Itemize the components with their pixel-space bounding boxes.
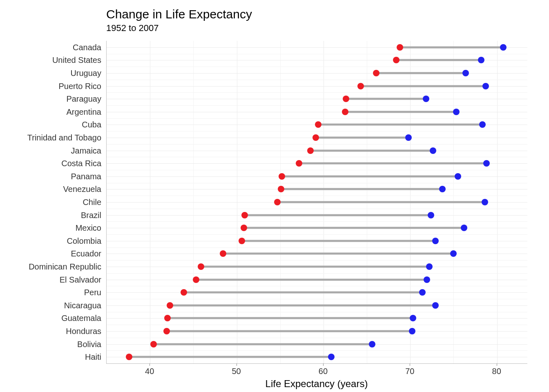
- point-1952: [150, 341, 157, 347]
- y-gridline-minor: [107, 144, 527, 145]
- y-tick-label: Puerto Rico: [0, 81, 101, 91]
- point-2007: [328, 354, 335, 360]
- y-gridline-minor: [107, 105, 527, 106]
- y-gridline-minor: [107, 260, 527, 261]
- y-gridline-minor: [107, 325, 527, 325]
- point-2007: [482, 199, 488, 205]
- point-2007: [432, 302, 439, 309]
- y-gridline: [107, 112, 527, 112]
- y-gridline-minor: [107, 247, 527, 248]
- y-gridline-minor: [107, 312, 527, 312]
- dumbbell-segment: [154, 343, 372, 345]
- y-gridline-minor: [107, 80, 527, 80]
- y-tick-label: Colombia: [0, 236, 101, 245]
- y-gridline-minor: [107, 183, 527, 183]
- y-gridline-minor: [107, 118, 527, 119]
- y-tick-label: Cuba: [0, 120, 101, 129]
- dumbbell-segment: [400, 46, 503, 48]
- y-tick-label: Bolivia: [0, 339, 101, 349]
- dumbbell-segment: [242, 240, 435, 242]
- chart-title: Change in Life Expectancy: [106, 7, 252, 21]
- point-1952: [241, 212, 248, 218]
- dumbbell-segment: [223, 253, 454, 255]
- dumbbell-segment: [170, 304, 435, 306]
- dumbbell-segment: [129, 356, 331, 358]
- point-1952: [393, 57, 399, 63]
- point-2007: [432, 238, 439, 244]
- y-tick-label: Haiti: [0, 352, 101, 362]
- point-2007: [439, 186, 446, 192]
- dumbbell-segment: [282, 175, 458, 177]
- dumbbell-segment: [310, 149, 433, 151]
- x-tick-mark: [150, 363, 150, 366]
- point-1952: [274, 199, 281, 205]
- point-2007: [453, 109, 460, 115]
- point-1952: [239, 238, 245, 244]
- dumbbell-segment: [281, 188, 442, 190]
- dumbbell-segment: [277, 201, 485, 203]
- chart-container: Change in Life Expectancy 1952 to 2007 C…: [0, 0, 549, 392]
- y-tick-label: Canada: [0, 42, 101, 52]
- y-tick-label: Trinidad and Tobago: [0, 133, 101, 143]
- dumbbell-segment: [167, 317, 413, 319]
- y-gridline-minor: [107, 299, 527, 299]
- point-1952: [181, 289, 187, 296]
- point-2007: [424, 276, 430, 283]
- chart-subtitle: 1952 to 2007: [106, 23, 158, 33]
- y-gridline-minor: [107, 209, 527, 209]
- y-tick-label: United States: [0, 56, 101, 65]
- point-2007: [410, 315, 416, 321]
- y-gridline-minor: [107, 273, 527, 274]
- dumbbell-segment: [346, 98, 426, 100]
- x-tick-label: 60: [319, 367, 328, 376]
- point-1952: [307, 147, 314, 154]
- dumbbell-segment: [376, 72, 466, 74]
- point-1952: [198, 263, 204, 270]
- y-gridline-minor: [107, 131, 527, 131]
- point-2007: [461, 225, 467, 231]
- point-2007: [430, 147, 436, 154]
- dumbbell-segment: [299, 163, 487, 165]
- dumbbell-segment: [184, 292, 422, 294]
- x-tick-mark: [323, 363, 324, 366]
- y-gridline-minor: [107, 67, 527, 67]
- y-tick-label: Paraguay: [0, 94, 101, 104]
- x-tick-mark: [410, 363, 410, 366]
- point-1952: [312, 134, 319, 141]
- y-tick-label: Peru: [0, 288, 101, 297]
- y-gridline-minor: [107, 157, 527, 157]
- dumbbell-segment: [245, 214, 431, 216]
- point-2007: [419, 289, 426, 296]
- dumbbell-segment: [201, 266, 429, 268]
- dumbbell-segment: [316, 137, 408, 139]
- point-2007: [450, 250, 457, 257]
- y-tick-label: Venezuela: [0, 185, 101, 194]
- x-tick-label: 40: [145, 367, 154, 376]
- y-tick-label: Dominican Republic: [0, 262, 101, 272]
- x-tick-mark: [497, 363, 497, 366]
- y-gridline-minor: [107, 221, 527, 222]
- y-gridline-minor: [107, 92, 527, 93]
- dumbbell-segment: [167, 330, 412, 332]
- point-2007: [405, 134, 412, 141]
- point-1952: [357, 83, 364, 89]
- y-gridline-minor: [107, 350, 527, 351]
- dumbbell-segment: [196, 278, 427, 281]
- point-1952: [278, 186, 284, 192]
- point-1952: [279, 173, 285, 180]
- y-tick-label: Honduras: [0, 327, 101, 336]
- point-1952: [296, 160, 302, 167]
- dumbbell-segment: [244, 227, 464, 229]
- plot-area: [106, 41, 527, 364]
- x-tick-label: 50: [232, 367, 241, 376]
- y-tick-label: Mexico: [0, 223, 101, 233]
- point-2007: [423, 96, 429, 102]
- point-1952: [126, 354, 132, 360]
- y-gridline-minor: [107, 234, 527, 235]
- dumbbell-segment: [396, 59, 481, 61]
- point-2007: [455, 173, 461, 180]
- y-tick-label: Panama: [0, 172, 101, 181]
- x-tick-label: 70: [405, 367, 414, 376]
- point-1952: [315, 121, 321, 128]
- point-1952: [164, 315, 171, 321]
